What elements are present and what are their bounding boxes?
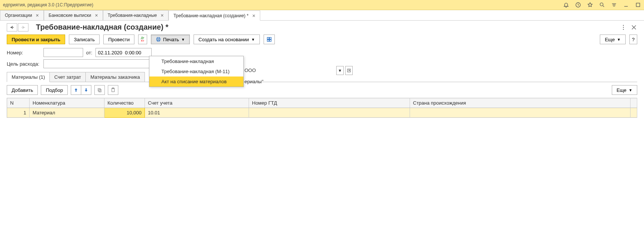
menu-icon[interactable] xyxy=(611,2,617,8)
post-and-close-button[interactable]: Провести и закрыть xyxy=(7,34,65,44)
org-open-button[interactable] xyxy=(345,66,353,75)
nav-back-button[interactable] xyxy=(7,23,17,32)
col-account[interactable]: Счет учета xyxy=(145,98,249,108)
print-label: Печать xyxy=(163,37,179,42)
svg-point-4 xyxy=(623,27,624,27)
tab-materials[interactable]: Материалы (1) xyxy=(7,72,50,82)
more-label: Еще xyxy=(605,37,614,42)
chevron-down-icon: ▼ xyxy=(617,38,621,42)
cell-origin[interactable] xyxy=(410,108,631,118)
cell-gtd[interactable] xyxy=(249,108,410,118)
col-nomenclature[interactable]: Номенклатура xyxy=(30,98,104,108)
titlebar-icon-group xyxy=(563,2,641,8)
pick-button[interactable]: Подбор xyxy=(41,85,68,95)
col-origin[interactable]: Страна происхождения xyxy=(410,98,631,108)
svg-point-5 xyxy=(623,29,624,30)
create-based-button[interactable]: Создать на основании ▼ xyxy=(194,34,260,44)
attach-button[interactable] xyxy=(264,34,275,44)
minimize-icon[interactable] xyxy=(623,2,629,8)
history-icon[interactable] xyxy=(575,2,581,8)
help-button[interactable]: ? xyxy=(629,34,637,44)
save-button[interactable]: Записать xyxy=(69,34,100,44)
date-input-combo xyxy=(95,48,152,57)
print-menu-item-writeoff-act[interactable]: Акт на списание материалов xyxy=(149,76,243,87)
svg-point-1 xyxy=(600,3,603,6)
svg-rect-12 xyxy=(269,40,271,42)
tab-customer-materials[interactable]: Материалы заказчика xyxy=(85,72,145,82)
nav-forward-button[interactable] xyxy=(18,23,28,32)
cell-quantity[interactable]: 10,000 xyxy=(104,108,145,118)
page-header: Требование-накладная (создание) * xyxy=(7,23,637,32)
row-purpose: Цель расхода: ериалы" xyxy=(7,59,637,68)
tab-label: Требование-накладная (создание) * xyxy=(173,13,248,18)
purpose-label: Цель расхода: xyxy=(7,61,40,67)
number-label: Номер: xyxy=(7,50,40,56)
materials-table: N Номенклатура Количество Счет учета Ном… xyxy=(7,98,637,118)
chevron-down-icon: ▼ xyxy=(629,88,632,92)
tab-organizations[interactable]: Организации × xyxy=(0,10,44,20)
cell-scroll xyxy=(631,108,637,118)
tab-label: Организации xyxy=(5,13,32,18)
titlebar: едприятия, редакция 3.0 (1С:Предприятие) xyxy=(0,0,644,10)
window-tabbar: Организации × Банковские выписки × Требо… xyxy=(0,10,644,21)
copy-button[interactable] xyxy=(94,85,105,95)
inner-tabbar: Материалы (1) Счет затрат Материалы зака… xyxy=(7,72,637,82)
tab-requisitions-list[interactable]: Требования-накладные × xyxy=(103,10,169,20)
cell-nomenclature[interactable]: Материал xyxy=(30,108,104,118)
table-row[interactable]: 1 Материал 10,000 10.01 xyxy=(7,108,637,118)
post-button[interactable]: Провести xyxy=(103,34,135,44)
kebab-icon[interactable] xyxy=(620,24,627,31)
window-close-icon[interactable] xyxy=(631,24,637,31)
svg-point-3 xyxy=(623,25,624,26)
app-title: едприятия, редакция 3.0 (1С:Предприятие) xyxy=(3,2,93,8)
tab-label: Требования-накладные xyxy=(108,13,157,18)
table-more-button[interactable]: Еще ▼ xyxy=(612,85,637,95)
cell-account[interactable]: 10.01 xyxy=(145,108,249,118)
page-content: Требование-накладная (создание) * Провес… xyxy=(0,21,644,118)
svg-rect-10 xyxy=(269,38,271,39)
org-select-button[interactable]: ▼ xyxy=(336,66,344,75)
col-quantity[interactable]: Количество xyxy=(104,98,145,108)
print-menu-item-m11[interactable]: Требование-накладная (М-11) xyxy=(149,66,243,76)
move-up-button[interactable] xyxy=(71,85,81,95)
number-input[interactable] xyxy=(43,48,83,57)
table-toolbar: Добавить Подбор Еще ▼ xyxy=(7,85,637,95)
close-icon[interactable]: × xyxy=(36,12,39,18)
bell-icon[interactable] xyxy=(563,2,569,8)
page-header-right xyxy=(620,24,637,31)
print-button[interactable]: Печать ▼ xyxy=(151,34,190,44)
col-scroll xyxy=(631,98,637,108)
nav-arrows xyxy=(7,23,28,32)
more-button[interactable]: Еще ▼ xyxy=(600,34,625,44)
tab-requisition-create[interactable]: Требование-накладная (создание) * × xyxy=(168,10,260,21)
close-icon[interactable]: × xyxy=(252,13,255,19)
svg-rect-2 xyxy=(636,3,640,6)
table-header-row: N Номенклатура Количество Счет учета Ном… xyxy=(7,98,637,108)
chevron-down-icon: ▼ xyxy=(181,38,185,42)
move-down-button[interactable] xyxy=(81,85,91,95)
main-toolbar: Провести и закрыть Записать Провести ДтК… xyxy=(7,34,637,44)
close-icon[interactable]: × xyxy=(161,12,164,18)
purpose-input[interactable] xyxy=(43,59,151,68)
tab-bank-statements[interactable]: Банковские выписки × xyxy=(44,10,103,20)
cell-n[interactable]: 1 xyxy=(7,108,30,118)
dt-kt-button[interactable]: ДтКт xyxy=(138,34,147,44)
add-button[interactable]: Добавить xyxy=(7,85,38,95)
search-icon[interactable] xyxy=(599,2,605,8)
maximize-icon[interactable] xyxy=(635,2,641,8)
col-n[interactable]: N xyxy=(7,98,30,108)
close-icon[interactable]: × xyxy=(95,12,98,18)
more-label: Еще xyxy=(617,87,626,93)
svg-rect-11 xyxy=(267,40,269,42)
org-input-partial: ООО xyxy=(244,68,256,73)
print-menu-item-requisition[interactable]: Требование-накладная xyxy=(149,56,243,66)
star-icon[interactable] xyxy=(587,2,593,8)
date-input[interactable] xyxy=(95,48,152,57)
tab-cost-account[interactable]: Счет затрат xyxy=(49,72,86,82)
row-number-date: Номер: от: ООО ▼ xyxy=(7,48,637,57)
print-dropdown: Требование-накладная Требование-накладна… xyxy=(149,56,244,87)
from-label: от: xyxy=(86,50,92,56)
svg-rect-9 xyxy=(267,38,269,39)
paste-button[interactable] xyxy=(108,85,118,95)
col-gtd[interactable]: Номер ГТД xyxy=(249,98,410,108)
